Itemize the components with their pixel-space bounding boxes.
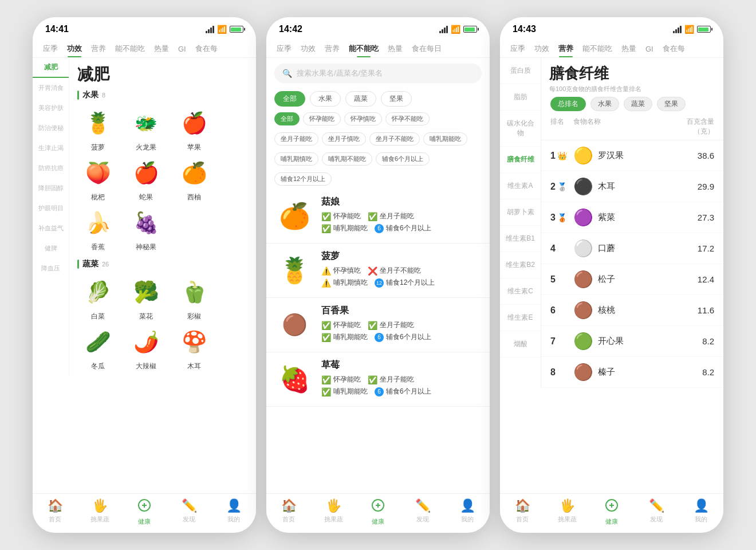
tab-gongxiao-2[interactable]: 功效: [296, 40, 320, 57]
rank-row-7[interactable]: 7 🟢 开心果 8.2: [541, 326, 723, 357]
veg-item-baicai[interactable]: 🥬 白菜: [75, 274, 121, 321]
side-item-meiren[interactable]: 美容护肤: [33, 98, 69, 118]
rank-row-3[interactable]: 3 🥉 🟣 紫菜 27.3: [541, 202, 723, 233]
filter-fruit[interactable]: 水果: [310, 91, 341, 107]
nav-mine-3[interactable]: 👤 我的: [679, 498, 723, 526]
tab-yingyang-1[interactable]: 营养: [86, 40, 111, 57]
veg-item-caihua[interactable]: 🥦 菜花: [123, 274, 169, 321]
nav-mine-1[interactable]: 👤 我的: [211, 498, 256, 526]
tab-yingyang-3[interactable]: 营养: [554, 40, 578, 57]
tag-zuoyuezi-careful[interactable]: 坐月子慎吃: [322, 132, 366, 146]
veg-item-donggua[interactable]: 🥒 冬瓜: [75, 324, 121, 371]
rank-btn-total[interactable]: 总排名: [550, 97, 586, 111]
nav-pick-3[interactable]: 🖐 挑果蔬: [545, 498, 589, 526]
sidenav-fiber[interactable]: 膳食纤维: [500, 147, 541, 173]
fruit-item-xiyou[interactable]: 🍊 西柚: [171, 155, 217, 202]
tab-shi-3[interactable]: 食在每: [658, 40, 690, 57]
food-card-guniang[interactable]: 🍊 菇娘 ✅ 怀孕能吃 ✅ 坐月子能吃 ✅ 哺乳期能吃: [266, 189, 490, 243]
veg-item-muer[interactable]: 🍄 木耳: [171, 324, 217, 371]
food-card-caomei[interactable]: 🍓 草莓 ✅ 怀孕能吃 ✅ 坐月子能吃 ✅ 哺乳期能吃: [266, 352, 490, 407]
side-item-jiangxue[interactable]: 降血压: [33, 258, 69, 278]
tab-gi-3[interactable]: GI: [641, 41, 658, 57]
fruit-item-pingguo[interactable]: 🍎 苹果: [171, 105, 217, 152]
sidenav-vite[interactable]: 维生素E: [500, 305, 541, 331]
side-item-kawei[interactable]: 开胃消食: [33, 78, 69, 98]
filter-all[interactable]: 全部: [274, 91, 305, 107]
sidenav-caroten[interactable]: 胡萝卜素: [500, 199, 541, 226]
side-item-jianpi[interactable]: 健脾: [33, 238, 69, 258]
side-item-fangai[interactable]: 防癌抗癌: [33, 158, 69, 178]
tab-yingyang-2[interactable]: 营养: [320, 40, 344, 57]
nav-health-1[interactable]: 健康: [122, 498, 167, 526]
tab-neng-1[interactable]: 能不能吃: [111, 40, 149, 57]
nav-discover-2[interactable]: ✏️ 发现: [400, 498, 445, 526]
sidenav-vitb2[interactable]: 维生素B2: [500, 252, 541, 278]
food-card-bolo[interactable]: 🍍 菠萝 ⚠️ 怀孕慎吃 ❌ 坐月子不能吃 ⚠️ 哺乳期慎吃: [266, 243, 490, 298]
tag-pregnant-no[interactable]: 怀孕不能吃: [385, 112, 430, 125]
tag-fushi6[interactable]: 辅食6个月以上: [376, 152, 430, 166]
rank-row-5[interactable]: 5 🟤 松子 12.4: [541, 264, 723, 295]
rank-row-2[interactable]: 2 🥈 ⚫ 木耳 29.9: [541, 171, 723, 202]
rank-btn-fruit[interactable]: 水果: [590, 97, 619, 111]
sidenav-vitc[interactable]: 维生素C: [500, 278, 541, 305]
nav-health-3[interactable]: 健康: [589, 498, 634, 526]
nav-discover-3[interactable]: ✏️ 发现: [634, 498, 679, 526]
tag-buru-ok[interactable]: 哺乳期能吃: [423, 132, 467, 146]
tab-yingji-2[interactable]: 应季: [272, 40, 296, 57]
nav-pick-1[interactable]: 🖐 挑果蔬: [77, 498, 122, 526]
filter-nut[interactable]: 坚果: [381, 91, 412, 107]
sidenav-vitb1[interactable]: 维生素B1: [500, 226, 541, 252]
tab-shi-2[interactable]: 食在每日: [407, 40, 446, 57]
rank-btn-veg[interactable]: 蔬菜: [624, 97, 652, 111]
tab-reliang-3[interactable]: 热量: [617, 40, 641, 57]
side-item-jianshen[interactable]: 减肥: [33, 58, 69, 78]
sidenav-carbo[interactable]: 碳水化合物: [500, 111, 541, 147]
tab-yingji-3[interactable]: 应季: [506, 40, 530, 57]
tab-yingji-1[interactable]: 应季: [38, 40, 62, 57]
veg-item-lajiao[interactable]: 🌶️ 大辣椒: [123, 324, 169, 371]
fruit-item-xiangjiao[interactable]: 🍌 香蕉: [75, 205, 121, 252]
tab-reliang-2[interactable]: 热量: [383, 40, 407, 57]
side-item-jiangdan[interactable]: 降胆固醇: [33, 178, 69, 198]
fruit-item-shenmi[interactable]: 🍇 神秘果: [123, 205, 169, 252]
fruit-item-hlong[interactable]: 🐲 火龙果: [123, 105, 169, 152]
veg-item-caijiao[interactable]: 🫑 彩椒: [171, 274, 217, 321]
side-item-buxue[interactable]: 补血益气: [33, 218, 69, 238]
tab-reliang-1[interactable]: 热量: [149, 40, 174, 57]
filter-veg[interactable]: 蔬菜: [345, 91, 376, 107]
tab-shi-1[interactable]: 食在每: [191, 40, 222, 57]
nav-home-1[interactable]: 🏠 首页: [33, 498, 77, 526]
sidenav-vita[interactable]: 维生素A: [500, 173, 541, 199]
sidenav-yansuan[interactable]: 烟酸: [500, 331, 541, 358]
tab-neng-3[interactable]: 能不能吃: [578, 40, 617, 57]
side-item-shengze[interactable]: 生津止渴: [33, 138, 69, 158]
tab-gongxiao-1[interactable]: 功效: [62, 40, 86, 57]
nav-home-2[interactable]: 🏠 首页: [266, 498, 311, 526]
side-item-bianmi[interactable]: 防治便秘: [33, 118, 69, 138]
nav-home-3[interactable]: 🏠 首页: [500, 498, 545, 526]
nav-mine-2[interactable]: 👤 我的: [445, 498, 490, 526]
nav-pick-2[interactable]: 🖐 挑果蔬: [311, 498, 356, 526]
side-item-huyan[interactable]: 护眼明目: [33, 198, 69, 218]
rank-row-6[interactable]: 6 🟤 核桃 11.6: [541, 295, 723, 326]
tab-neng-2[interactable]: 能不能吃: [344, 40, 383, 57]
tag-fushi12[interactable]: 辅食12个月以上: [274, 172, 332, 186]
fruit-item-sheguo[interactable]: 🍎 蛇果: [123, 155, 169, 202]
nav-health-2[interactable]: 健康: [356, 498, 400, 526]
search-bar[interactable]: 🔍 搜索水果名/蔬菜名/坚果名: [274, 64, 482, 83]
fruit-item-bolo[interactable]: 🍍 菠萝: [75, 105, 121, 152]
tag-all-pregnancy[interactable]: 全部: [274, 112, 300, 125]
rank-row-8[interactable]: 8 🟤 榛子 8.2: [541, 357, 723, 388]
rank-row-1[interactable]: 1 👑 🟡 罗汉果 38.6: [541, 140, 723, 171]
tab-gongxiao-3[interactable]: 功效: [530, 40, 554, 57]
tag-zuoyuezi-ok[interactable]: 坐月子能吃: [274, 132, 318, 146]
nav-discover-1[interactable]: ✏️ 发现: [167, 498, 211, 526]
tab-gi-1[interactable]: GI: [174, 41, 191, 57]
fruit-item-pipa[interactable]: 🍑 枇杷: [75, 155, 121, 202]
tag-pregnant-ok[interactable]: 怀孕能吃: [303, 112, 341, 125]
tag-buru-careful[interactable]: 哺乳期慎吃: [274, 152, 318, 166]
tag-pregnant-careful[interactable]: 怀孕慎吃: [344, 112, 382, 125]
sidenav-protein[interactable]: 蛋白质: [500, 58, 541, 84]
tag-zuoyuezi-no[interactable]: 坐月子不能吃: [369, 132, 420, 146]
food-card-baixiang[interactable]: 🟤 百香果 ✅ 怀孕能吃 ✅ 坐月子能吃 ✅ 哺乳期能吃: [266, 298, 490, 352]
